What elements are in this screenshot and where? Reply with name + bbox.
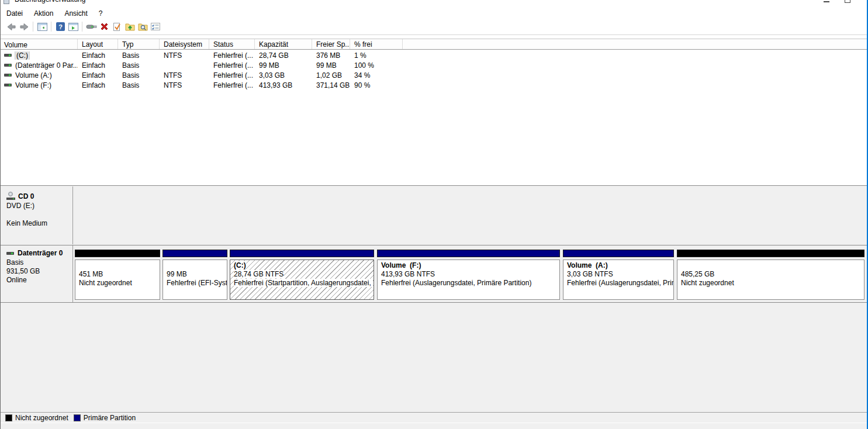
legend-swatch-unallocated (5, 414, 12, 421)
legend-label: Nicht zugeordnet (15, 414, 68, 422)
window-title: Datenträgerverwaltung (15, 0, 85, 4)
disk-0-title: Datenträger 0 (18, 249, 63, 257)
partition-block-f[interactable]: Volume (F:) 413,93 GB NTFS Fehlerfrei (A… (377, 245, 560, 302)
partition-block-unallocated-485gb[interactable]: 485,25 GB Nicht zugeordnet (677, 245, 864, 302)
disk-0-panel[interactable]: Datenträger 0 Basis 931,50 GB Online (1, 245, 73, 302)
volume-name: Volume (A:) (15, 71, 52, 79)
legend-item-unallocated: Nicht zugeordnet (5, 414, 68, 422)
menu-datei[interactable]: Datei (6, 8, 28, 19)
help-icon[interactable]: ? (54, 21, 67, 33)
cd-drive-icon (6, 192, 16, 200)
cd-drive-row: CD 0 DVD (E:) Kein Medium (1, 186, 867, 244)
toolbar-separator (82, 22, 82, 32)
disk-0-type: Basis (6, 258, 69, 267)
forward-icon[interactable] (18, 21, 30, 33)
legend-bar: Nicht zugeordnet Primäre Partition (1, 412, 867, 423)
column-header-prozent-frei[interactable]: % frei (350, 39, 403, 49)
partition-block-efi-99mb[interactable]: 99 MB Fehlerfrei (EFI-Syst (162, 245, 227, 302)
partition-bar (230, 250, 374, 257)
open-folder-icon[interactable] (123, 21, 136, 33)
disk-0-size: 931,50 GB (6, 267, 69, 276)
title-bar[interactable]: Datenträgerverwaltung (1, 0, 867, 8)
volume-icon (4, 74, 12, 77)
delete-volume-icon[interactable] (98, 21, 110, 33)
partition-bar (162, 250, 227, 257)
show-action-pane-icon[interactable] (67, 21, 79, 33)
status-bar (1, 423, 867, 429)
volume-name: (Datenträger 0 Par... (15, 61, 78, 70)
volume-icon (4, 84, 12, 87)
partition-block-c[interactable]: (C:) 28,74 GB NTFS Fehlerfrei (Startpart… (230, 245, 374, 302)
menu-aktion[interactable]: Aktion (34, 8, 58, 19)
volume-row-a[interactable]: Volume (A:) Einfach Basis NTFS Fehlerfre… (1, 70, 867, 80)
check-document-icon[interactable] (110, 21, 123, 33)
disk-icon (6, 252, 14, 255)
column-header-status[interactable]: Status (209, 39, 255, 49)
partition-block-a[interactable]: Volume (A:) 3,03 GB NTFS Fehlerfrei (Aus… (563, 245, 674, 302)
column-header-typ[interactable]: Typ (118, 39, 160, 49)
partition-bar (75, 250, 160, 257)
volume-icon (4, 64, 12, 67)
back-icon[interactable] (5, 21, 18, 33)
svg-text:?: ? (58, 23, 63, 30)
volume-row-f[interactable]: Volume (F:) Einfach Basis NTFS Fehlerfre… (1, 80, 867, 90)
partition-block-unallocated-451mb[interactable]: 451 MB Nicht zugeordnet (75, 245, 160, 302)
volume-icon (4, 54, 12, 57)
disk-0-status: Online (6, 276, 69, 285)
graphical-view: CD 0 DVD (E:) Kein Medium Datenträger 0 … (1, 185, 867, 412)
toolbar-separator (33, 22, 33, 32)
disk-0-row: Datenträger 0 Basis 931,50 GB Online 451… (1, 245, 867, 303)
cd-drive-subtitle: DVD (E:) (6, 202, 69, 210)
app-icon (4, 0, 9, 4)
volume-name: Volume (F:) (15, 81, 51, 89)
cd-drive-title: CD 0 (18, 192, 34, 200)
volume-list: Volume Layout Typ Dateisystem Status Kap… (1, 36, 867, 185)
column-header-volume[interactable]: Volume (1, 39, 78, 49)
column-header-freier-sp[interactable]: Freier Sp... (312, 39, 350, 49)
maximize-icon[interactable] (845, 0, 850, 3)
show-console-tree-icon[interactable] (36, 21, 49, 33)
minimize-icon[interactable] (824, 1, 829, 2)
cd-drive-panel[interactable]: CD 0 DVD (E:) Kein Medium (1, 186, 73, 244)
cd-drive-status: Kein Medium (6, 219, 69, 228)
partition-bar (377, 250, 560, 257)
explore-folder-icon[interactable] (136, 21, 149, 33)
menu-ansicht[interactable]: Ansicht (64, 8, 92, 19)
legend-item-primary-partition: Primäre Partition (74, 414, 136, 422)
legend-label: Primäre Partition (84, 414, 136, 422)
volume-name-selected: (C:) (15, 51, 29, 60)
partition-bar (563, 250, 674, 257)
menu-bar: Datei Aktion Ansicht ? (1, 8, 867, 19)
volume-row-c[interactable]: (C:) Einfach Basis NTFS Fehlerfrei (... … (1, 50, 867, 60)
properties-list-icon[interactable] (149, 21, 162, 33)
column-header-layout[interactable]: Layout (78, 39, 118, 49)
legend-swatch-primary-partition (74, 414, 81, 421)
toolbar: ? (1, 19, 867, 35)
column-header-dateisystem[interactable]: Dateisystem (160, 39, 209, 49)
column-header-kapazitaet[interactable]: Kapazität (255, 39, 312, 49)
drive-tool-icon[interactable] (85, 21, 98, 33)
disk-management-window: Datenträgerverwaltung Datei Aktion Ansic… (0, 0, 868, 429)
menu-hilfe[interactable]: ? (99, 8, 108, 19)
partition-bar (677, 250, 864, 257)
volume-rows: (C:) Einfach Basis NTFS Fehlerfrei (... … (1, 50, 867, 90)
column-header-filler (403, 39, 867, 49)
toolbar-separator (51, 22, 51, 32)
volume-row-system-partition[interactable]: (Datenträger 0 Par... Einfach Basis Fehl… (1, 60, 867, 70)
volume-list-header: Volume Layout Typ Dateisystem Status Kap… (1, 39, 867, 50)
